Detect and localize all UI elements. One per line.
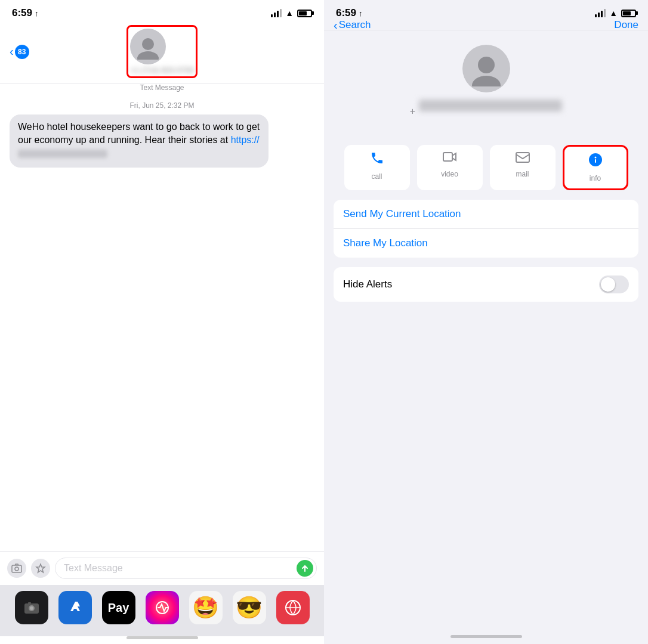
svg-rect-12 [443, 153, 452, 161]
svg-point-3 [15, 567, 18, 571]
svg-point-1 [137, 51, 159, 60]
contact-detail-area: + [324, 30, 648, 145]
status-icons-left: ▲ [271, 8, 312, 18]
call-label: call [371, 172, 382, 181]
video-label: video [441, 170, 458, 178]
battery-icon-right [621, 10, 636, 17]
done-button[interactable]: Done [614, 19, 638, 31]
share-my-location-button[interactable]: Share My Location [334, 229, 638, 258]
info-button[interactable]: info [563, 145, 628, 190]
mail-icon [516, 151, 530, 166]
info-label: info [590, 174, 601, 182]
badge-count: 83 [15, 45, 29, 59]
svg-rect-16 [595, 159, 596, 163]
contact-name-blurred [419, 100, 562, 112]
message-link[interactable]: https:// [231, 135, 260, 145]
memoji-icon[interactable]: 🤩 [189, 591, 223, 624]
signal-icon [271, 9, 282, 17]
message-date: Fri, Jun 25, 2:32 PM [10, 101, 314, 110]
send-current-location-button[interactable]: Send My Current Location [334, 200, 638, 229]
message-text: WeHo hotel housekeepers want to go back … [18, 122, 260, 145]
svg-rect-13 [516, 153, 529, 162]
message-type-label: Text Message [10, 83, 314, 92]
app-store-icon[interactable] [58, 591, 92, 624]
mail-label: mail [516, 170, 529, 178]
message-bubble: WeHo hotel housekeepers want to go back … [10, 114, 269, 168]
hide-alerts-label: Hide Alerts [343, 278, 392, 290]
home-indicator-left [126, 636, 198, 639]
wifi-icon: ▲ [285, 8, 294, 18]
signal-icon-right [595, 9, 606, 17]
contact-avatar-right [462, 45, 510, 92]
call-icon [370, 151, 384, 169]
camera-button[interactable] [7, 559, 26, 578]
contact-avatar-left [130, 29, 166, 64]
mail-button[interactable]: mail [490, 145, 556, 190]
svg-point-15 [594, 157, 596, 159]
svg-point-11 [472, 76, 501, 86]
status-icons-right: ▲ [595, 8, 636, 18]
battery-icon [297, 10, 312, 17]
apple-pay-icon[interactable]: Pay [102, 591, 135, 624]
video-button[interactable]: video [417, 145, 483, 190]
back-label-right: Search [339, 19, 371, 31]
toggle-knob [601, 277, 615, 292]
svg-point-10 [478, 57, 495, 73]
hide-alerts-row: Hide Alerts [334, 267, 638, 302]
location-arrow-left: ↑ [35, 9, 39, 18]
alerts-section: Hide Alerts [334, 267, 638, 302]
video-icon [443, 151, 457, 166]
location-arrow-right: ↑ [359, 9, 363, 18]
send-button[interactable] [297, 560, 313, 577]
home-indicator-right [450, 635, 522, 638]
world-icon[interactable] [276, 591, 310, 624]
time-right: 6:59 ↑ [336, 7, 363, 19]
back-button-left[interactable]: ‹ 83 [10, 45, 29, 59]
activity-icon[interactable] [146, 591, 179, 624]
nav-bar-left: ‹ 83 +1 (714) 603-0700 [0, 23, 324, 83]
call-button[interactable]: call [344, 145, 410, 190]
text-input-field[interactable]: Text Message [55, 558, 317, 579]
chevron-left-icon: ‹ [10, 45, 14, 58]
messages-area: Text Message Fri, Jun 25, 2:32 PM WeHo h… [0, 83, 324, 551]
location-section: Send My Current Location Share My Locati… [334, 200, 638, 258]
clock-right: 6:59 [336, 7, 356, 19]
hide-alerts-toggle[interactable] [599, 275, 629, 293]
blurred-url [18, 150, 107, 158]
right-phone: 6:59 ↑ ▲ ‹ Search Done + [324, 0, 648, 644]
action-buttons-row: call video mail [324, 145, 648, 190]
svg-point-0 [142, 38, 154, 50]
contact-avatar-highlight[interactable]: +1 (714) 603-0700 [126, 25, 198, 78]
app-store-button[interactable] [31, 559, 50, 578]
nav-bar-right: ‹ Search Done [324, 23, 648, 30]
svg-point-6 [30, 606, 33, 610]
info-icon [588, 153, 603, 171]
svg-rect-2 [12, 565, 21, 572]
contact-phone-left: +1 (714) 603-0700 [130, 66, 194, 75]
back-button-right[interactable]: ‹ Search [334, 18, 371, 32]
wifi-icon-right: ▲ [609, 8, 618, 18]
app-dock: Pay 🤩 😎 [0, 585, 324, 636]
memoji2-icon[interactable]: 😎 [233, 591, 266, 624]
time-left: 6:59 ↑ [12, 7, 39, 19]
status-bar-left: 6:59 ↑ ▲ [0, 0, 324, 23]
svg-rect-7 [28, 602, 31, 604]
camera-app-icon[interactable] [15, 591, 48, 624]
left-phone: 6:59 ↑ ▲ ‹ 83 [0, 0, 324, 644]
input-placeholder: Text Message [64, 563, 123, 574]
status-bar-right: 6:59 ↑ ▲ [324, 0, 648, 23]
text-input-wrapper: Text Message [55, 558, 317, 579]
input-bar: Text Message [0, 551, 324, 585]
clock-left: 6:59 [12, 7, 32, 19]
